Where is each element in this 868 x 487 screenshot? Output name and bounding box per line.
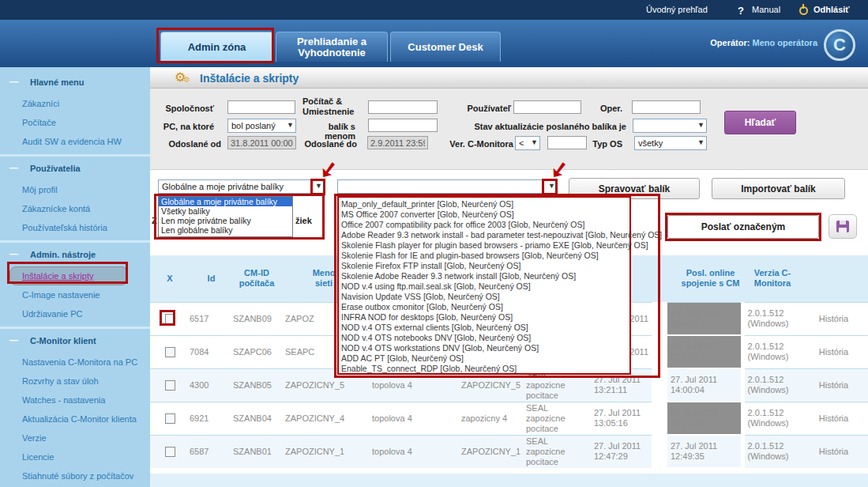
pc-select[interactable]: bol poslaný▼ (227, 119, 296, 133)
dropdown-option-selected[interactable]: Globálne a moje privátne balíky (159, 197, 292, 206)
sidebar-item-c-image[interactable]: C-Image nastavenie (0, 285, 150, 304)
tab-customer-desk[interactable]: Customer Desk (390, 32, 501, 62)
package-filter-select[interactable]: Globálne a moje privátne balíky▼ (158, 179, 325, 194)
dropdown-option[interactable]: ADD AC PT [Glob, Neurčený OS] (341, 353, 629, 364)
dropdown-option[interactable]: MS Office 2007 converter [Glob, Neurčený… (341, 210, 629, 220)
oper-label: Oper. (592, 104, 622, 113)
dropdown-option[interactable]: Map_only_default_printer [Glob, Neurčený… (341, 199, 629, 210)
sidebar-header-pouzivatelia[interactable]: —Používatelia (0, 157, 150, 180)
row-history-link[interactable]: História (799, 335, 868, 368)
tab-prehliadanie[interactable]: Prehliadanie a Vyhodnotenie (276, 32, 388, 62)
row-name: ZAPOZICNY_1 (280, 435, 367, 468)
row-history-link[interactable]: História (799, 402, 868, 435)
sidebar-item-nastavenia-cmonitora[interactable]: Nastavenia C-Monitora na PC (0, 353, 150, 372)
package-name-input[interactable] (368, 119, 438, 132)
dropdown-option[interactable]: Office 2007 compatibility pack for offic… (341, 220, 629, 230)
row-cmid: SZAPC06 (233, 335, 280, 368)
manual-link[interactable]: Manual (752, 5, 780, 14)
dropdown-option[interactable]: NOD v.4 using ftp.mail.seal.sk [Glob, Ne… (341, 281, 629, 292)
sidebar-item-pocitace[interactable]: Počítače (0, 113, 150, 132)
sidebar-item-udrziavanie-pc[interactable]: Udržiavanie PC (0, 304, 150, 323)
dropdown-option[interactable]: Skolenie Flash player for plugin based b… (341, 240, 629, 251)
operator-info: Operátor: Meno operátora (710, 38, 817, 47)
header-id: Id (190, 255, 233, 302)
page-title: Inštalácie a skripty (200, 72, 299, 85)
sidebar-item-rozvrhy[interactable]: Rozvrhy a stav úloh (0, 372, 150, 391)
row-history-link[interactable]: História (799, 302, 868, 335)
sidebar-item-stiahnute-subory[interactable]: Stiahnuté súbory z počítačov (0, 466, 150, 485)
dropdown-option[interactable]: Skolenie Adobe Reader 9.3 network instal… (341, 271, 629, 281)
sidebar-item-instalacie-a-skripty[interactable]: Inštalácie a skripty (0, 266, 150, 285)
overview-link[interactable]: Úvodný prehľad (646, 5, 708, 14)
row-cmid: SZANB04 (233, 402, 280, 435)
sent-to-label: Odoslané do (298, 139, 357, 149)
row-checkbox[interactable] (165, 380, 175, 391)
sidebar-item-pouzivatelska-historia[interactable]: Používateľská história (0, 218, 150, 237)
dropdown-option[interactable]: NOD v.4 OTS notebooks DNV [Glob, Neurčen… (341, 333, 629, 343)
row-id: 6517 (190, 302, 233, 335)
row-sent-date: 27. Jul 2011 13:05:16 (586, 402, 659, 435)
gear-small-icon: ⚙ (183, 75, 190, 84)
company-input[interactable] (227, 100, 295, 114)
export-save-button[interactable] (829, 214, 857, 239)
row-checkbox[interactable] (165, 347, 175, 357)
logout-link[interactable]: Odhlásiť (814, 5, 850, 14)
sidebar-item-zakaznici[interactable]: Zákazníci (0, 94, 150, 113)
row-last-online: 24. Aug 2011 08:43:24 (659, 302, 742, 335)
sidebar-header-admin-nastroje[interactable]: —Admin. nástroje (0, 243, 150, 266)
dropdown-option[interactable]: NOD v.4 OTS workstations DNV [Glob, Neur… (341, 343, 629, 353)
package-select[interactable]: ▼ (337, 179, 558, 194)
os-select[interactable]: všetky▼ (634, 136, 707, 150)
row-checkbox[interactable] (165, 447, 175, 457)
sent-from-input[interactable] (227, 136, 296, 149)
sidebar-section-cmonitor-klient: —C-Monitor klient Nastavenia C-Monitora … (0, 327, 150, 487)
operator-name: Meno operátora (752, 38, 817, 47)
dropdown-option[interactable]: Len globálne balíky (159, 225, 292, 235)
dropdown-option[interactable]: Enable_TS_connect_RDP [Glob, Neurčený OS… (341, 364, 629, 374)
row-last-online: 27. Jul 2011 12:49:35 (659, 435, 742, 468)
status-select[interactable]: ▼ (633, 119, 707, 133)
pc-label: PC, na ktoré (162, 122, 214, 131)
status-label: Stav aktualizácie poslaného balíka je (446, 122, 626, 131)
dropdown-option[interactable]: Len moje privátne balíky (159, 216, 292, 225)
sidebar-item-watches[interactable]: Watches - nastavenia (0, 391, 150, 410)
sidebar-item-audit-sw[interactable]: Audit SW a evidencia HW (0, 132, 150, 151)
row-checkbox[interactable] (165, 314, 175, 324)
user-input[interactable] (513, 100, 581, 114)
row-history-link[interactable]: História (799, 368, 868, 402)
row-checkbox[interactable] (165, 413, 175, 424)
dropdown-option[interactable]: NOD v.4 OTS external clients [Glob, Neur… (341, 323, 629, 333)
sent-to-input[interactable] (367, 136, 428, 149)
computer-input[interactable] (368, 100, 438, 114)
version-input[interactable] (547, 136, 587, 149)
dropdown-arrow-icon: ▼ (287, 121, 294, 129)
row-id: 7084 (190, 335, 233, 368)
row-last-online: 28. Jul 2011 23:17:48 (659, 335, 742, 368)
import-package-button[interactable]: Importovať balík (712, 178, 845, 199)
dropdown-option[interactable]: Navision Update VSS [Glob, Neurčený OS] (341, 292, 629, 302)
sidebar-item-licencie[interactable]: Licencie (0, 447, 150, 466)
top-bar: Úvodný prehľad ? Manual Odhlásiť (0, 0, 868, 20)
dropdown-option[interactable]: Skolenie Flash for IE and plugin-based b… (341, 251, 629, 261)
sidebar-item-verzie[interactable]: Verzie (0, 428, 150, 447)
oper-input[interactable] (632, 100, 701, 114)
sidebar-item-aktualizacia[interactable]: Aktualizácia C-Monitor klienta (0, 410, 150, 428)
dropdown-option[interactable]: Adobe Reader 9.3 network install - bad p… (341, 230, 629, 240)
row-history-link[interactable]: História (799, 435, 868, 468)
tab-admin-zona[interactable]: Admin zóna (160, 32, 273, 62)
sidebar-header-hlavne-menu[interactable]: —Hlavné menu (0, 70, 150, 94)
dropdown-option[interactable]: Skolenie Firefox FTP install [Glob, Neur… (341, 261, 629, 271)
sidebar-header-cmonitor-klient[interactable]: —C-Monitor klient (0, 329, 150, 353)
header-select: X (150, 255, 190, 302)
dropdown-option[interactable]: Všetky balíky (159, 206, 292, 216)
search-button[interactable]: Hľadať (724, 111, 796, 134)
version-operator-select[interactable]: <▼ (515, 136, 540, 150)
collapse-icon: — (9, 335, 18, 345)
dropdown-option[interactable]: Erase outbox cmonitor [Glob, Neurčený OS… (341, 302, 629, 312)
sidebar-item-moj-profil[interactable]: Môj profil (0, 180, 150, 199)
dropdown-option[interactable]: INFRA NOD for desktops [Glob, Neurčený O… (341, 312, 629, 323)
row-user: ZAPOZICNY_1 (457, 435, 521, 468)
send-to-selected-button[interactable]: Poslať označeným (667, 215, 819, 239)
dropdown-arrow-icon: ▼ (697, 121, 705, 129)
sidebar-item-zakaznicke-konta[interactable]: Zákaznícke kontá (0, 199, 150, 218)
